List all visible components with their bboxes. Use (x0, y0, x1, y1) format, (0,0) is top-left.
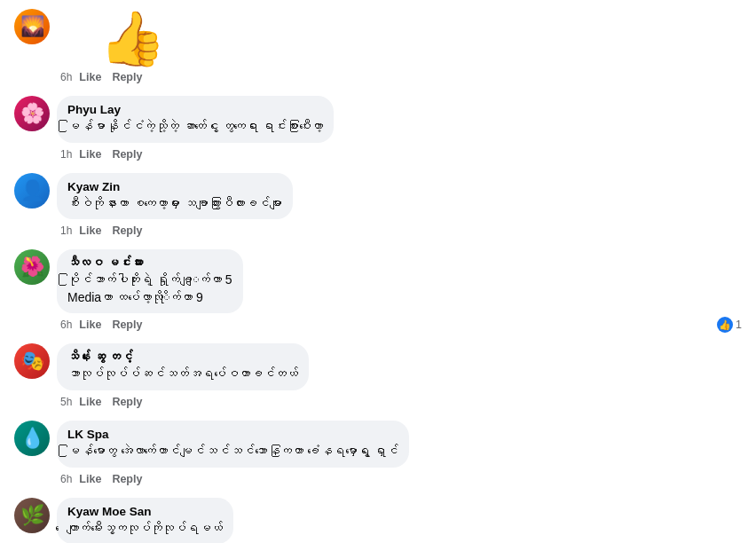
reply-button[interactable]: Reply (108, 69, 146, 85)
comment-bubble: LK Spaမြန်မာတွေ အဲလောက်တောင်မျင်သင်သင်သာ… (57, 421, 409, 468)
comment-time: 1h (60, 148, 72, 161)
avatar[interactable]: 🌸 (14, 96, 50, 131)
comment-time: 5h (60, 396, 72, 408)
commenter-name[interactable]: သီလဝ မင်းသား (67, 256, 232, 270)
comment-bubble: Phyu Layမြန်မာနိုင်ငံကဲ့သို့တဲ့ ဆာတ်ငွေ့… (57, 96, 334, 143)
comment-text: ပြိုင်ဘာက်ပါတိုးရဲ့ ရှိုက်ချျက်ကာ 5 Medi… (67, 272, 232, 306)
comment-emoji: 👍 (99, 12, 742, 66)
reply-button[interactable]: Reply (108, 317, 146, 333)
reply-button[interactable]: Reply (108, 471, 146, 487)
avatar[interactable]: 🎭 (14, 343, 50, 379)
comment-text: ကျောက်မီးသွေ့ကလုပ်ကိုလုပ်ရမယ် (67, 520, 223, 538)
comment-item: 🎭သိန်း ဆွေ တင့်ဘာလုပ်လုပ်ပ်ဆင်သတ်အရပ်ဝေတ… (14, 343, 742, 410)
comment-bubble: သိန်း ဆွေ တင့်ဘာလုပ်လုပ်ပ်ဆင်သတ်အရပ်ဝေတာ… (57, 343, 309, 390)
comments-container: 🌄👍6hLikeReply🌸Phyu Layမြန်မာနိုင်ငံကဲ့သိ… (0, 0, 756, 543)
comment-text: မြန်မာနိုင်ငံကဲ့သို့တဲ့ ဆာတ်ငွေ့ တွေကရော… (67, 118, 323, 136)
comment-text: ဘာလုပ်လုပ်ပ်ဆင်သတ်အရပ်ဝေတာခင်တယ် (67, 366, 298, 383)
avatar[interactable]: 💧 (14, 421, 50, 456)
comment-actions: 1hLikeReply (57, 223, 742, 239)
comment-actions: 5hLikeReply (57, 394, 742, 410)
reaction-number: 1 (736, 319, 742, 331)
comment-item: 🌸Phyu Layမြန်မာနိုင်ငံကဲ့သို့တဲ့ ဆာတ်ငွေ… (14, 96, 742, 162)
like-icon: 👍 (717, 317, 733, 333)
comment-body: သီလဝ မင်းသားပြိုင်ဘာက်ပါတိုးရဲ့ ရှိုက်ချ… (57, 249, 742, 333)
avatar[interactable]: 🌺 (14, 249, 50, 285)
comment-time: 6h (60, 71, 72, 83)
comment-text: စီးဝဲကိုနားကာ စကတော့မှာ သေချာသွားးပြီလား… (67, 195, 282, 213)
commenter-name[interactable]: LK Spa (67, 428, 398, 441)
comment-actions: 6hLikeReply👍1 (57, 317, 742, 333)
comment-item: 🌄👍6hLikeReply (14, 9, 742, 85)
commenter-name[interactable]: Phyu Lay (67, 103, 323, 116)
comment-item: 💧LK Spaမြန်မာတွေ အဲလောက်တောင်မျင်သင်သင်သ… (14, 421, 742, 487)
comment-body: Phyu Layမြန်မာနိုင်ငံကဲ့သို့တဲ့ ဆာတ်ငွေ့… (57, 96, 742, 162)
comment-time: 6h (60, 473, 72, 485)
reaction-count: 👍1 (717, 317, 742, 333)
commenter-name[interactable]: သိန်း ဆွေ တင့် (67, 350, 298, 364)
reply-button[interactable]: Reply (108, 223, 146, 239)
like-button[interactable]: Like (75, 146, 105, 162)
avatar[interactable]: 🌿 (14, 498, 50, 533)
comment-body: Kyaw Moe Sanကျောက်မီးသွေ့ကလုပ်ကိုလုပ်ရမယ… (57, 498, 742, 543)
avatar[interactable]: 👤 (14, 173, 50, 209)
comment-body: သိန်း ဆွေ တင့်ဘာလုပ်လုပ်ပ်ဆင်သတ်အရပ်ဝေတာ… (57, 343, 742, 410)
comment-actions: 6hLikeReply (57, 471, 742, 487)
comment-bubble: Kyaw Zinစီးဝဲကိုနားကာ စကတော့မှာ သေချာသွာ… (57, 173, 293, 220)
reply-button[interactable]: Reply (108, 146, 146, 162)
like-button[interactable]: Like (75, 69, 105, 85)
comment-bubble: Kyaw Moe Sanကျောက်မီးသွေ့ကလုပ်ကိုလုပ်ရမယ… (57, 498, 233, 543)
comment-item: 👤Kyaw Zinစီးဝဲကိုနားကာ စကတော့မှာ သေချာသွ… (14, 173, 742, 240)
commenter-name[interactable]: Kyaw Zin (67, 180, 282, 193)
comment-item: 🌿Kyaw Moe Sanကျောက်မီးသွေ့ကလုပ်ကိုလုပ်ရမ… (14, 498, 742, 543)
comment-bubble: သီလဝ မင်းသားပြိုင်ဘာက်ပါတိုးရဲ့ ရှိုက်ချ… (57, 249, 243, 313)
comment-actions: 6hLikeReply (57, 69, 742, 85)
comment-time: 6h (60, 319, 72, 331)
commenter-name[interactable]: Kyaw Moe San (67, 505, 223, 518)
comment-body: 👍6hLikeReply (57, 9, 742, 85)
like-button[interactable]: Like (75, 223, 105, 239)
comment-body: LK Spaမြန်မာတွေ အဲလောက်တောင်မျင်သင်သင်သာ… (57, 421, 742, 487)
comment-actions: 1hLikeReply (57, 146, 742, 162)
like-button[interactable]: Like (75, 317, 105, 333)
comment-body: Kyaw Zinစီးဝဲကိုနားကာ စကတော့မှာ သေချာသွာ… (57, 173, 742, 240)
like-button[interactable]: Like (75, 394, 105, 410)
comment-item: 🌺သီလဝ မင်းသားပြိုင်ဘာက်ပါတိုးရဲ့ ရှိုက်ခ… (14, 249, 742, 333)
like-button[interactable]: Like (75, 471, 105, 487)
comment-time: 1h (60, 224, 72, 237)
comment-text: မြန်မာတွေ အဲလောက်တောင်မျင်သင်သင်သာနေကြတာ… (67, 443, 398, 460)
reply-button[interactable]: Reply (108, 394, 146, 410)
avatar[interactable]: 🌄 (14, 9, 50, 44)
